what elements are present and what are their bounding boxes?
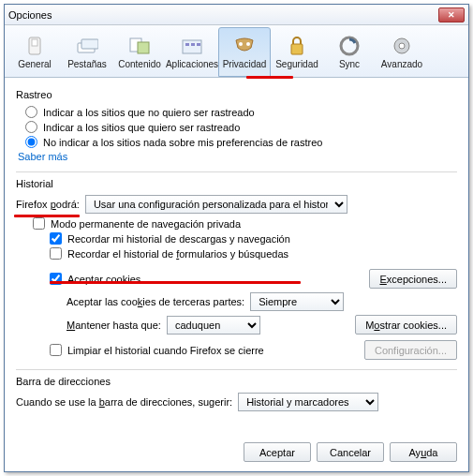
svg-rect-6: [183, 40, 201, 53]
radio-none[interactable]: [25, 136, 37, 148]
panel-body: Rastreo Indicar a los sitios que no quie…: [5, 78, 468, 423]
titlebar: Opciones ✕: [5, 5, 468, 25]
svg-point-15: [399, 43, 405, 49]
tab-seguridad[interactable]: Seguridad: [271, 27, 323, 77]
tab-general[interactable]: General: [8, 27, 61, 77]
locationbar-label: Barra de direcciones: [16, 376, 457, 387]
content-icon: [128, 35, 151, 57]
svg-point-11: [246, 42, 250, 46]
checkbox-remember-dl[interactable]: [50, 232, 62, 245]
radio-track[interactable]: [25, 121, 37, 133]
history-group: Historial Firefox podrá: Usar una config…: [16, 178, 457, 370]
suggest-row: Cuando se use la barra de direcciones, s…: [16, 393, 457, 411]
checkbox-perm-private[interactable]: [33, 217, 45, 230]
tracking-group: Rastreo Indicar a los sitios que no quie…: [16, 89, 457, 172]
gear-icon: [391, 35, 413, 57]
svg-rect-7: [185, 43, 189, 46]
close-button[interactable]: ✕: [438, 7, 465, 22]
tab-privacidad[interactable]: Privacidad: [218, 27, 271, 77]
tracking-opt-none[interactable]: No indicar a los sitios nada sobre mis p…: [25, 136, 457, 148]
mask-icon: [233, 35, 256, 57]
switch-icon: [23, 35, 46, 57]
tab-pestanas[interactable]: Pestañas: [61, 27, 113, 77]
tab-contenido[interactable]: Contenido: [113, 27, 166, 77]
annotation-underline-2: [14, 215, 80, 217]
remember-forms-row[interactable]: Recordar el historial de formularios y b…: [50, 247, 457, 260]
tab-sync[interactable]: Sync: [323, 27, 376, 77]
config-button: Configuración...: [364, 340, 457, 360]
history-mode-row: Firefox podrá: Usar una configuración pe…: [16, 195, 457, 214]
annotation-underline-3: [50, 281, 301, 284]
svg-point-10: [239, 42, 243, 46]
tracking-opt-dnt[interactable]: Indicar a los sitios que no quiero ser r…: [25, 106, 457, 118]
svg-rect-1: [32, 39, 37, 46]
checkbox-clear-on-close[interactable]: [50, 344, 62, 356]
firefox-podra-label: Firefox podrá:: [16, 199, 80, 210]
accept-cookies-row: Aceptar cookies Excepciones...: [50, 269, 457, 289]
svg-rect-8: [191, 43, 195, 46]
tab-aplicaciones[interactable]: Aplicaciones: [166, 27, 218, 77]
clear-on-close-check[interactable]: Limpiar el historial cuando Firefox se c…: [50, 344, 264, 356]
keep-until-row: Mantener hasta que: caduquen Mostrar coo…: [67, 315, 457, 335]
dialog-buttons: Aceptar Cancelar Ayuda: [244, 442, 457, 462]
suggest-select[interactable]: Historial y marcadores: [238, 393, 378, 411]
cancel-button[interactable]: Cancelar: [317, 442, 384, 462]
checkbox-remember-forms[interactable]: [50, 247, 62, 260]
clear-on-close-row: Limpiar el historial cuando Firefox se c…: [50, 340, 457, 360]
third-party-row: Aceptar las cookies de terceras partes: …: [67, 292, 457, 311]
history-mode-select[interactable]: Usar una configuración personalizada par…: [85, 195, 347, 214]
tracking-opt-track[interactable]: Indicar a los sitios que quiero ser rast…: [25, 121, 457, 133]
help-button[interactable]: Ayuda: [390, 442, 457, 462]
perm-private-row[interactable]: Modo permanente de navegación privada: [33, 217, 457, 230]
history-label: Historial: [16, 178, 457, 189]
svg-rect-12: [291, 44, 303, 54]
remember-dl-row[interactable]: Recordar mi historial de descargas y nav…: [50, 232, 457, 245]
sync-icon: [338, 35, 361, 57]
keep-until-select[interactable]: caduquen: [167, 316, 260, 335]
tab-strip: General Pestañas Contenido Aplicaciones …: [5, 25, 468, 78]
tracking-label: Rastreo: [16, 89, 457, 100]
window-title: Opciones: [8, 9, 438, 21]
keep-until-label: Mantener hasta que:: [67, 320, 161, 331]
options-window: Opciones ✕ General Pestañas Contenido: [4, 4, 469, 472]
tabs-icon: [76, 35, 98, 57]
apps-icon: [181, 35, 203, 57]
svg-rect-3: [81, 39, 98, 49]
lock-icon: [286, 35, 308, 57]
tab-avanzado[interactable]: Avanzado: [376, 27, 428, 77]
radio-dnt[interactable]: [25, 106, 37, 118]
svg-rect-5: [138, 42, 149, 53]
accept-button[interactable]: Aceptar: [244, 442, 311, 462]
show-cookies-button[interactable]: Mostrar cookies...: [355, 315, 457, 335]
suggest-label: Cuando se use la barra de direcciones, s…: [16, 396, 232, 408]
locationbar-group: Barra de direcciones Cuando se use la ba…: [16, 376, 457, 411]
learn-more-link[interactable]: Saber más: [18, 151, 457, 162]
third-party-select[interactable]: Siempre: [250, 292, 344, 311]
svg-rect-9: [197, 43, 200, 46]
exceptions-button[interactable]: Excepciones...: [369, 269, 457, 289]
third-party-label: Aceptar las cookies de terceras partes:: [67, 296, 244, 307]
